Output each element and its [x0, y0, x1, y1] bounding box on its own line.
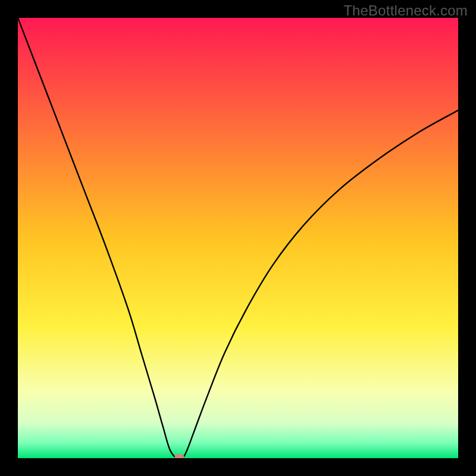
- chart-frame: TheBottleneck.com: [0, 0, 476, 476]
- gradient-background: [18, 18, 458, 458]
- minimum-marker: [175, 455, 184, 459]
- plot-svg: [18, 18, 458, 458]
- watermark-text: TheBottleneck.com: [343, 2, 468, 19]
- plot-area: [18, 18, 458, 458]
